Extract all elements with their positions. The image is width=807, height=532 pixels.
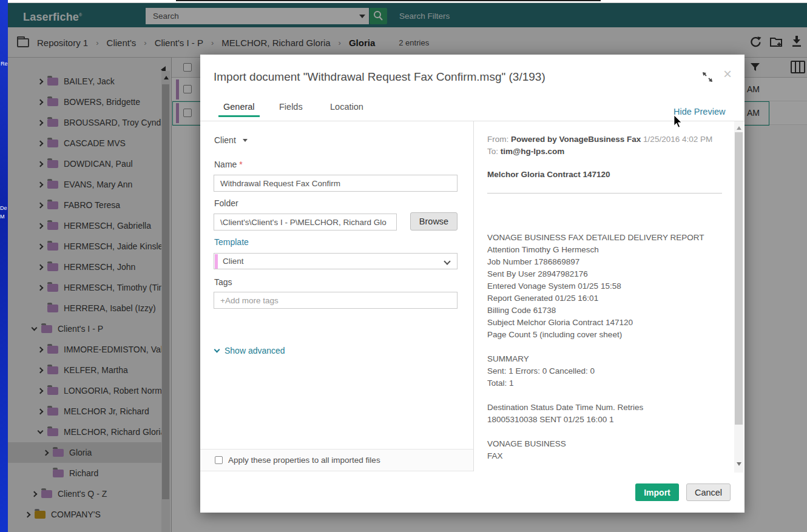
name-label: Name* bbox=[214, 160, 243, 169]
import-dialog: Import document "Withdrawal Request Fax … bbox=[200, 55, 745, 513]
tags-field[interactable]: +Add more tags bbox=[214, 292, 458, 309]
preview-subject: Melchor Gloria Contract 147120 bbox=[487, 170, 610, 179]
preview-body-line: Billing Code 61738 bbox=[487, 305, 730, 317]
preview-body-line: Sent By User 28947982176 bbox=[487, 268, 730, 280]
preview-body-line: Page Count 5 (including cover sheet) bbox=[487, 329, 730, 341]
import-button[interactable]: Import bbox=[635, 483, 679, 501]
preview-body-line: 18005310038 SENT 01/25 16:00 1 bbox=[487, 414, 730, 426]
scroll-down-icon[interactable] bbox=[737, 462, 741, 466]
screen: Laserfiche® Search Search Filters Reposi… bbox=[0, 0, 807, 532]
metadata-group-dropdown-icon[interactable] bbox=[243, 139, 248, 142]
tab-location[interactable]: Location bbox=[330, 102, 363, 112]
preview-body-line: Report Generated 01/25 16:01 bbox=[487, 292, 730, 305]
required-asterisk: * bbox=[239, 160, 242, 169]
preview-body-line: Attention Timothy G Hermesch bbox=[487, 244, 730, 256]
preview-to-line: To: tim@hg-lps.com bbox=[487, 146, 725, 158]
preview-body-line: FAX bbox=[487, 450, 730, 462]
dialog-tabbar: GeneralFieldsLocation bbox=[200, 97, 745, 121]
tags-label: Tags bbox=[214, 277, 232, 287]
apply-all-checkbox[interactable] bbox=[215, 456, 223, 464]
desktop-icon-label: M bbox=[0, 214, 5, 220]
desktop-edge: Re De M bbox=[0, 0, 8, 532]
preview-body-line: Subject Melchor Gloria Contract 147120 bbox=[487, 317, 730, 329]
desktop-icon-label: De bbox=[0, 205, 7, 211]
tab-fields[interactable]: Fields bbox=[279, 102, 303, 112]
preview-body-line: Sent: 1 Errors: 0 Cancelled: 0 bbox=[487, 365, 730, 377]
preview-body-line bbox=[487, 341, 730, 353]
preview-meta: From: Powered by VonageBusiness Fax 1/25… bbox=[487, 133, 725, 158]
template-value: Client bbox=[223, 257, 244, 266]
preview-body-line: VONAGE BUSINESS bbox=[487, 438, 730, 450]
scroll-up-icon[interactable] bbox=[737, 126, 741, 130]
panel-divider bbox=[473, 121, 474, 471]
preview-body-line: Job Number 1786869897 bbox=[487, 256, 730, 268]
folder-label: Folder bbox=[214, 198, 238, 208]
apply-all-row: Apply these properties to all imported f… bbox=[200, 449, 473, 471]
window-edge-line bbox=[176, 0, 601, 1]
mouse-cursor bbox=[674, 115, 683, 129]
metadata-group-label[interactable]: Client bbox=[214, 135, 236, 145]
apply-all-label: Apply these properties to all imported f… bbox=[228, 456, 380, 465]
desktop-icon-label: Re bbox=[1, 61, 8, 67]
show-advanced-link[interactable]: Show advanced bbox=[215, 346, 285, 355]
preview-body: VONAGE BUSINESS FAX DETAILED DELIVERY RE… bbox=[487, 232, 730, 462]
preview-body-line: Entered Vonage System 01/25 15:58 bbox=[487, 280, 730, 292]
chevron-down-icon bbox=[444, 258, 450, 264]
template-select[interactable]: Client bbox=[214, 253, 458, 269]
show-advanced-label: Show advanced bbox=[225, 346, 285, 355]
preview-divider bbox=[487, 193, 722, 194]
preview-scrollbar-thumb[interactable] bbox=[735, 132, 743, 425]
preview-body-line bbox=[487, 426, 730, 438]
preview-body-line: Destination Status Date Time Num. Retrie… bbox=[487, 402, 730, 414]
close-icon[interactable]: × bbox=[723, 67, 732, 81]
tab-general[interactable]: General bbox=[223, 102, 255, 112]
preview-from-line: From: Powered by VonageBusiness Fax 1/25… bbox=[487, 133, 725, 146]
browse-button[interactable]: Browse bbox=[410, 212, 458, 231]
preview-body-line: VONAGE BUSINESS FAX DETAILED DELIVERY RE… bbox=[487, 232, 730, 244]
preview-body-line bbox=[487, 389, 730, 402]
name-field[interactable]: Withdrawal Request Fax Confirm bbox=[214, 175, 458, 192]
preview-body-line: Total: 1 bbox=[487, 377, 730, 389]
template-color-strip bbox=[215, 254, 218, 269]
cancel-button[interactable]: Cancel bbox=[686, 483, 731, 501]
dialog-title: Import document "Withdrawal Request Fax … bbox=[214, 70, 545, 84]
preview-body-line: SUMMARY bbox=[487, 353, 730, 365]
template-label[interactable]: Template bbox=[214, 237, 249, 247]
chevron-down-icon bbox=[214, 347, 220, 353]
expand-dialog-icon[interactable] bbox=[702, 72, 713, 82]
folder-field[interactable]: \Client's\Client's I - P\MELCHOR, Richar… bbox=[214, 214, 397, 231]
